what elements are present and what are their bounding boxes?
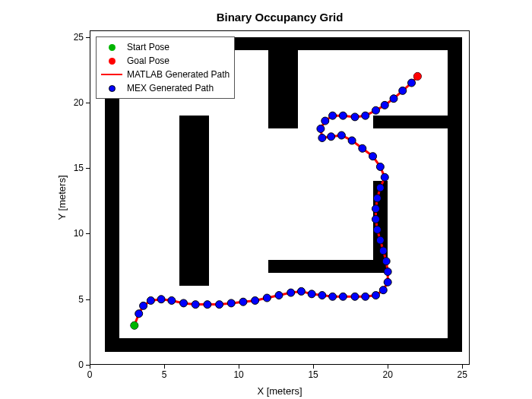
mex-point bbox=[376, 236, 384, 244]
y-tick: 10 bbox=[74, 228, 84, 239]
mex-point bbox=[263, 294, 271, 302]
plot-title: Binary Occupancy Grid bbox=[90, 11, 470, 24]
mex-point bbox=[308, 290, 315, 298]
mex-point bbox=[140, 302, 147, 309]
mex-point bbox=[147, 296, 154, 304]
mex-point bbox=[372, 205, 379, 213]
start-pose bbox=[131, 321, 138, 329]
mex-point bbox=[348, 137, 356, 144]
mex-point bbox=[252, 296, 259, 304]
dot-icon bbox=[101, 42, 122, 52]
mex-point bbox=[399, 87, 407, 94]
mex-point bbox=[318, 134, 326, 141]
y-tickmark bbox=[86, 365, 90, 366]
legend-entry-mex: MEX Generated Path bbox=[101, 81, 230, 95]
mex-point bbox=[339, 112, 347, 119]
dot-icon bbox=[101, 83, 122, 93]
mex-point bbox=[351, 113, 359, 121]
mex-point bbox=[168, 296, 176, 304]
legend: Start Pose Goal Pose MATLAB Generated Pa… bbox=[96, 36, 235, 99]
mex-point bbox=[135, 310, 143, 318]
mex-point bbox=[157, 296, 165, 303]
mex-point bbox=[373, 195, 381, 202]
mex-point bbox=[372, 292, 379, 299]
mex-point bbox=[373, 226, 381, 233]
x-tick: 20 bbox=[382, 369, 392, 380]
mex-point bbox=[351, 293, 359, 300]
mex-point bbox=[337, 131, 345, 139]
mex-point bbox=[339, 293, 347, 300]
y-tickmark bbox=[86, 233, 90, 234]
mex-point bbox=[376, 163, 384, 170]
mex-point bbox=[369, 153, 377, 160]
mex-point bbox=[372, 106, 379, 114]
y-tick: 20 bbox=[74, 97, 84, 108]
y-tickmark bbox=[86, 299, 90, 300]
y-tick: 15 bbox=[74, 163, 84, 173]
x-tick: 0 bbox=[87, 369, 93, 380]
dot-icon bbox=[101, 55, 122, 66]
figure: Binary Occupancy Grid Start Pose Goal Po… bbox=[0, 0, 532, 399]
x-axis-label: X [meters] bbox=[90, 385, 470, 397]
x-tick: 5 bbox=[162, 369, 167, 380]
mex-point bbox=[376, 184, 384, 192]
x-tick: 10 bbox=[233, 369, 243, 380]
legend-label: Goal Pose bbox=[127, 55, 169, 66]
mex-point bbox=[317, 125, 325, 132]
legend-entry-start: Start Pose bbox=[101, 40, 230, 54]
mex-point bbox=[192, 301, 199, 309]
mex-point bbox=[390, 95, 397, 103]
y-tick: 0 bbox=[78, 359, 84, 370]
x-tickmark bbox=[388, 365, 388, 369]
x-tickmark bbox=[462, 365, 463, 369]
mex-point bbox=[318, 292, 326, 299]
mex-point bbox=[381, 101, 388, 109]
mex-point bbox=[204, 301, 211, 309]
mex-point bbox=[362, 112, 369, 119]
legend-label: MATLAB Generated Path bbox=[127, 69, 230, 80]
mex-point bbox=[408, 79, 416, 87]
x-tick: 25 bbox=[458, 369, 467, 380]
mex-point bbox=[362, 293, 369, 300]
y-tick: 5 bbox=[78, 294, 84, 305]
y-tickmark bbox=[86, 103, 90, 103]
mex-point bbox=[379, 247, 387, 255]
mex-point bbox=[384, 268, 391, 275]
x-tickmark bbox=[90, 365, 90, 369]
mex-point bbox=[321, 117, 329, 125]
y-tickmark bbox=[86, 168, 90, 169]
legend-label: MEX Generated Path bbox=[127, 83, 214, 93]
mex-point bbox=[382, 258, 390, 265]
mex-point bbox=[239, 298, 247, 306]
goal-pose bbox=[413, 72, 421, 80]
mex-point bbox=[359, 144, 366, 152]
x-tickmark bbox=[164, 365, 165, 369]
mex-point bbox=[329, 112, 337, 119]
mex-point bbox=[180, 299, 188, 307]
line-icon bbox=[101, 69, 122, 80]
mex-point bbox=[379, 287, 387, 294]
mex-point bbox=[328, 133, 335, 141]
y-axis-label: Y [meters] bbox=[56, 175, 68, 220]
mex-point bbox=[297, 287, 305, 295]
mex-point bbox=[287, 289, 295, 296]
mex-point bbox=[329, 293, 337, 300]
legend-entry-matlab: MATLAB Generated Path bbox=[101, 68, 230, 81]
x-tickmark bbox=[313, 365, 314, 369]
legend-label: Start Pose bbox=[127, 42, 169, 52]
y-tick: 25 bbox=[74, 32, 84, 43]
axes: Binary Occupancy Grid Start Pose Goal Po… bbox=[90, 30, 470, 365]
mex-point bbox=[381, 173, 388, 181]
mex-point bbox=[227, 299, 235, 307]
mex-point bbox=[216, 301, 223, 309]
mex-point bbox=[384, 278, 391, 286]
y-tickmark bbox=[86, 37, 90, 38]
legend-entry-goal: Goal Pose bbox=[101, 54, 230, 68]
mex-point bbox=[372, 215, 379, 223]
x-tick: 15 bbox=[308, 369, 318, 380]
mex-point bbox=[275, 292, 283, 299]
x-tickmark bbox=[239, 365, 239, 369]
